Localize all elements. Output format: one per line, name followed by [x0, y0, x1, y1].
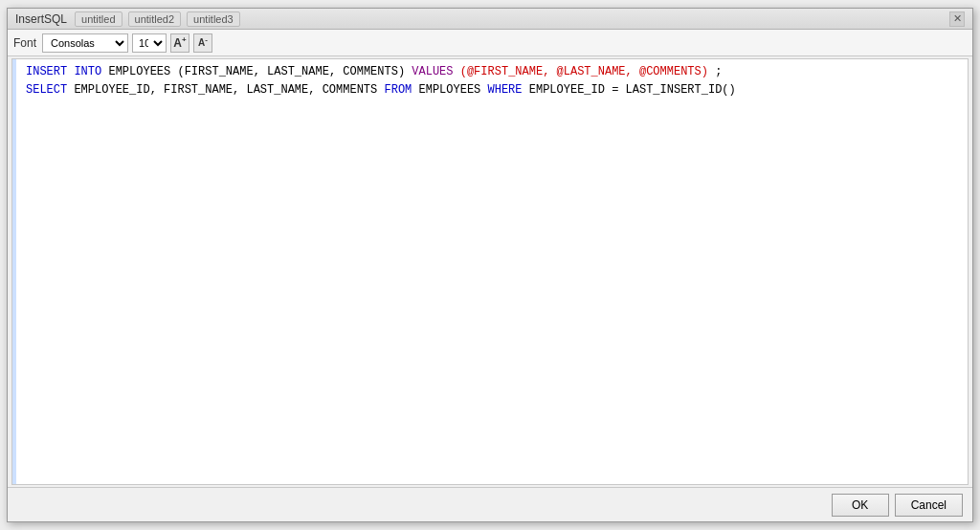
font-label: Font — [13, 36, 36, 50]
tab-3[interactable]: untitled3 — [187, 11, 240, 27]
title-bar: InsertSQL untitled untitled2 untitled3 ✕ — [8, 9, 972, 30]
kw-select: SELECT — [26, 83, 67, 97]
sql-editor[interactable]: INSERT INTO EMPLOYEES (FIRST_NAME, LAST_… — [11, 58, 969, 485]
font-select[interactable]: Consolas — [42, 33, 128, 53]
tab-1[interactable]: untitled — [75, 11, 122, 27]
title-bar-left: InsertSQL untitled untitled2 untitled3 — [15, 11, 240, 27]
kw-values: VALUES — [412, 65, 453, 78]
tab-2[interactable]: untitled2 — [128, 11, 182, 27]
toolbar: Font Consolas 10 A+ A- — [8, 30, 972, 56]
ok-button[interactable]: OK — [832, 494, 889, 517]
code-content: INSERT INTO EMPLOYEES (FIRST_NAME, LAST_… — [18, 63, 962, 99]
decrease-font-button[interactable]: A- — [193, 33, 212, 53]
kw-where: WHERE — [488, 83, 523, 97]
params: (@FIRST_NAME, @LAST_NAME, @COMMENTS) — [460, 65, 708, 78]
insert-sql-dialog: InsertSQL untitled untitled2 untitled3 ✕… — [7, 8, 973, 522]
cancel-button[interactable]: Cancel — [895, 494, 963, 517]
code-line-1: INSERT INTO EMPLOYEES (FIRST_NAME, LAST_… — [26, 63, 962, 81]
kw-from: FROM — [384, 83, 412, 97]
kw-into: INTO — [74, 65, 101, 78]
table-name-1: EMPLOYEES (FIRST_NAME, LAST_NAME, COMMEN… — [108, 65, 412, 78]
footer: OK Cancel — [8, 487, 972, 521]
editor-left-bar — [12, 59, 16, 484]
font-size-select[interactable]: 10 — [132, 33, 167, 53]
increase-font-button[interactable]: A+ — [170, 33, 189, 53]
kw-insert: INSERT — [26, 65, 67, 78]
dialog-title: InsertSQL — [15, 12, 67, 26]
title-tabs: untitled untitled2 untitled3 — [75, 11, 240, 27]
code-line-2: SELECT EMPLOYEE_ID, FIRST_NAME, LAST_NAM… — [26, 81, 962, 99]
close-button[interactable]: ✕ — [949, 11, 965, 27]
